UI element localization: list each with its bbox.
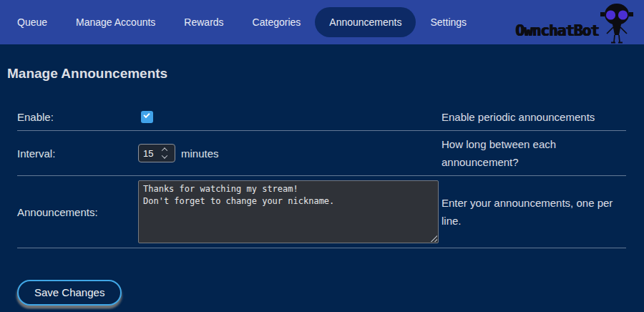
page-title: Manage Announcements (7, 66, 637, 82)
brand-name: OwnchatBot (516, 22, 599, 39)
announcements-row: Announcements: Thanks for watching my st… (17, 176, 626, 248)
checkmark-icon (143, 112, 150, 118)
announcements-label: Announcements: (17, 176, 138, 248)
spinner-down-icon[interactable] (162, 152, 167, 158)
interval-input-box (138, 144, 175, 162)
tab-queue[interactable]: Queue (3, 7, 62, 37)
tab-settings[interactable]: Settings (416, 7, 481, 37)
enable-help-text: Enable periodic announcements (441, 104, 626, 131)
top-navbar: Queue Manage Accounts Rewards Categories… (0, 0, 644, 44)
tab-categories[interactable]: Categories (238, 7, 316, 37)
save-changes-button[interactable]: Save Changes (17, 280, 122, 306)
interval-unit-label: minutes (181, 147, 219, 160)
announcements-form: Enable: Enable periodic announcements In… (17, 104, 626, 248)
tab-rewards[interactable]: Rewards (170, 7, 238, 37)
tab-manage-accounts[interactable]: Manage Accounts (62, 7, 170, 37)
interval-label: Interval: (17, 131, 138, 176)
interval-help-text: How long between each announcement? (441, 131, 626, 176)
announcements-help-text: Enter your announcements, one per line. (441, 176, 626, 248)
enable-label: Enable: (17, 104, 138, 131)
number-spinner[interactable] (159, 145, 170, 162)
interval-input[interactable] (139, 148, 159, 159)
robot-mascot-icon (600, 3, 634, 44)
enable-row: Enable: Enable periodic announcements (17, 104, 626, 131)
main-content: Manage Announcements Enable: Enable peri… (0, 44, 644, 306)
tab-announcements[interactable]: Announcements (315, 7, 416, 37)
announcements-textarea[interactable]: Thanks for watching my stream! Don't for… (138, 180, 439, 243)
interval-row: Interval: minutes How long between each … (17, 131, 626, 176)
brand-logo: OwnchatBot (516, 0, 634, 44)
enable-checkbox[interactable] (141, 111, 153, 123)
